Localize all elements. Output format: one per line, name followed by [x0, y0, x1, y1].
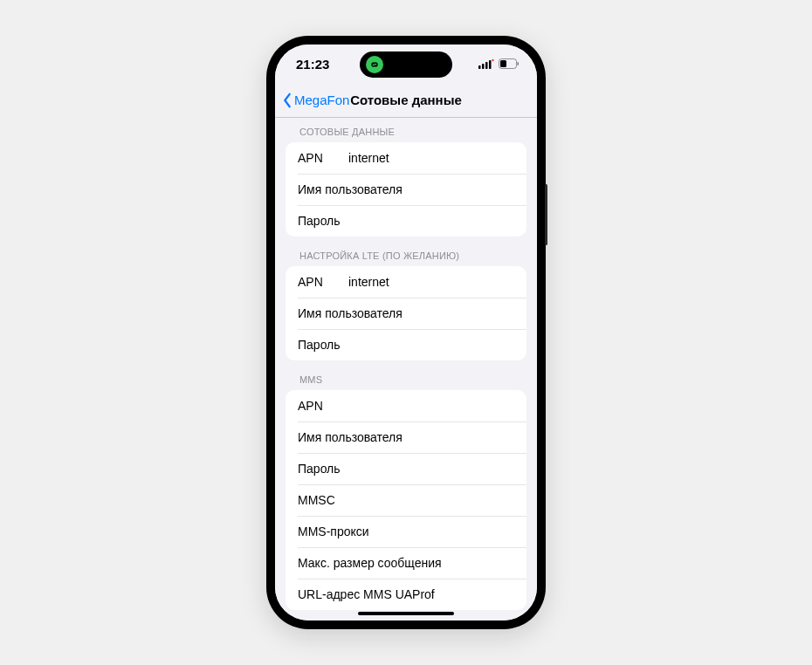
label-maxsize: Макс. размер сообщения [298, 556, 442, 570]
row-lte-username[interactable]: Имя пользователя [286, 298, 526, 329]
cellular-signal-icon [478, 58, 494, 69]
chevron-left-icon [282, 93, 292, 108]
section-header-mms: MMS [275, 360, 537, 390]
battery-icon [499, 58, 520, 69]
content-scroll[interactable]: СОТОВЫЕ ДАННЫЕ APN internet Имя пользова… [275, 118, 537, 620]
label-username: Имя пользователя [298, 182, 403, 196]
status-time: 21:23 [296, 57, 329, 72]
row-lte-password[interactable]: Пароль [286, 329, 526, 360]
phone-frame: 21:23 [266, 36, 546, 629]
svg-rect-3 [489, 60, 492, 69]
label-apn: APN [298, 399, 323, 413]
side-button [545, 184, 547, 245]
row-mms-apn[interactable]: APN [286, 390, 526, 422]
label-proxy: MMS-прокси [298, 524, 369, 538]
row-cellular-username[interactable]: Имя пользователя [286, 174, 526, 205]
group-mms: APN Имя пользователя Пароль MMSC MMS-про… [286, 390, 526, 610]
label-username: Имя пользователя [298, 430, 403, 444]
group-cellular: APN internet Имя пользователя Пароль [286, 142, 526, 237]
group-lte: APN internet Имя пользователя Пароль [286, 266, 526, 360]
section-header-cellular: СОТОВЫЕ ДАННЫЕ [275, 118, 537, 142]
navigation-bar: MegaFon Сотовые данные [275, 83, 537, 118]
row-mms-mmsc[interactable]: MMSC [286, 484, 526, 516]
value-apn: internet [348, 151, 514, 165]
row-mms-password[interactable]: Пароль [286, 453, 526, 484]
section-header-lte: НАСТРОЙКА LTE (ПО ЖЕЛАНИЮ) [275, 237, 537, 266]
label-password: Пароль [298, 338, 341, 352]
row-mms-uaprof[interactable]: URL-адрес MMS UAProf [286, 579, 526, 610]
label-mmsc: MMSC [298, 493, 335, 507]
screen: 21:23 [275, 45, 537, 620]
back-button[interactable]: MegaFon [282, 93, 349, 108]
row-cellular-apn[interactable]: APN internet [286, 142, 526, 174]
label-apn: APN [298, 151, 348, 165]
svg-rect-1 [482, 64, 485, 69]
label-password: Пароль [298, 214, 341, 228]
status-indicators [478, 58, 520, 69]
row-mms-proxy[interactable]: MMS-прокси [286, 516, 526, 547]
back-label: MegaFon [294, 93, 349, 107]
svg-rect-6 [500, 60, 506, 67]
island-activity-icon [366, 56, 383, 73]
label-apn: APN [298, 275, 348, 289]
row-mms-maxsize[interactable]: Макс. размер сообщения [286, 547, 526, 579]
svg-rect-0 [478, 65, 481, 69]
value-apn: internet [348, 275, 514, 289]
label-username: Имя пользователя [298, 306, 403, 320]
row-lte-apn[interactable]: APN internet [286, 266, 526, 298]
svg-rect-7 [518, 62, 520, 65]
dynamic-island [360, 51, 452, 78]
label-password: Пароль [298, 462, 341, 476]
status-bar: 21:23 [275, 45, 537, 83]
row-mms-username[interactable]: Имя пользователя [286, 422, 526, 453]
svg-point-4 [492, 59, 493, 61]
label-uaprof: URL-адрес MMS UAProf [298, 587, 435, 601]
svg-rect-2 [485, 62, 488, 69]
home-indicator[interactable] [358, 612, 454, 615]
page-title: Сотовые данные [350, 93, 462, 107]
row-cellular-password[interactable]: Пароль [286, 205, 526, 237]
